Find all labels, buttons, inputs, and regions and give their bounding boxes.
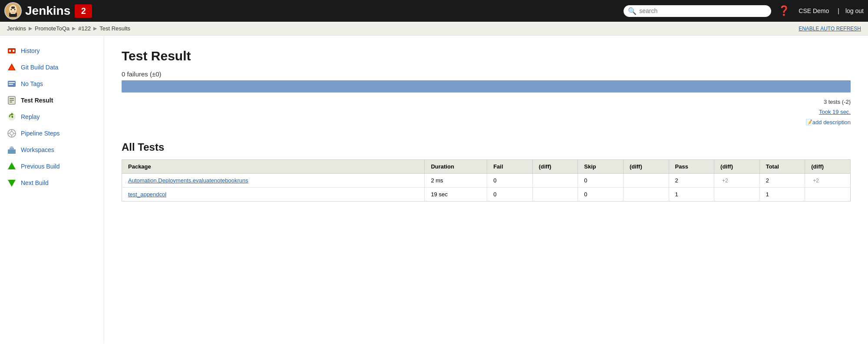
col-header-total-diff: (diff) [805,159,851,173]
logout-link[interactable]: log out [845,7,864,14]
cell-duration-0: 2 ms [425,173,487,187]
svg-point-6 [14,9,16,10]
cell-fail-0: 0 [487,173,533,187]
search-container: 🔍 [624,5,771,17]
auto-refresh-link[interactable]: ENABLE AUTO REFRESH [799,26,861,32]
next-build-icon [7,178,17,188]
cell-fail-1: 0 [487,187,533,201]
col-header-pass: Pass [669,159,714,173]
svg-point-22 [10,132,13,135]
cell-pass-0: 2 [669,173,714,187]
svg-point-5 [11,9,12,10]
progress-bar [122,80,851,93]
svg-rect-27 [8,149,16,154]
table-body: Automation.Deployments.evaluatenotebookr… [122,173,851,201]
meta-tests: 3 tests (-2) [824,99,851,105]
sidebar-item-history[interactable]: History [0,43,104,59]
cell-pass-diff-0: +2 [714,173,760,187]
all-tests-title: All Tests [122,141,851,153]
username-label: CSE Demo [799,7,829,14]
breadcrumb-jenkins[interactable]: Jenkins [7,25,26,32]
breadcrumb-arrow-3: ▶ [93,26,97,31]
cell-pass-diff-1 [714,187,760,201]
breadcrumb-arrow-2: ▶ [72,26,76,31]
table-row: test_appendcol 19 sec 0 0 1 1 [122,187,851,201]
col-header-skip-diff: (diff) [623,159,669,173]
jenkins-avatar-icon [4,2,22,20]
sidebar-label-no-tags: No Tags [21,80,43,87]
sidebar-label-previous-build: Previous Build [21,163,60,170]
edit-icon: 📝 [805,119,812,126]
svg-rect-19 [10,102,12,102]
col-header-skip: Skip [578,159,624,173]
sidebar-label-replay: Replay [21,113,40,120]
no-tags-icon [7,79,17,89]
sidebar-item-workspaces[interactable]: Workspaces [0,142,104,158]
previous-build-icon [7,162,17,171]
svg-rect-18 [10,100,14,101]
col-header-pass-diff: (diff) [714,159,760,173]
sidebar-label-pipeline-steps: Pipeline Steps [21,130,60,137]
replay-icon [7,112,17,122]
col-header-duration: Duration [425,159,487,173]
cell-total-diff-0: +2 [805,173,851,187]
svg-marker-31 [8,162,16,169]
cell-skip-diff-0 [623,173,669,187]
col-header-fail: Fail [487,159,533,173]
sidebar-item-git-build-data[interactable]: Git Build Data [0,59,104,76]
sidebar-item-pipeline-steps[interactable]: Pipeline Steps [0,125,104,142]
cell-total-diff-1 [805,187,851,201]
table-header: Package Duration Fail (diff) Skip (diff)… [122,159,851,173]
col-header-fail-diff: (diff) [532,159,578,173]
sidebar-label-history: History [21,47,40,54]
search-icon: 🔍 [628,7,637,15]
header: Jenkins 2 🔍 ❓ CSE Demo | log out [0,0,868,22]
table-row: Automation.Deployments.evaluatenotebookr… [122,173,851,187]
breadcrumb: Jenkins ▶ PromoteToQa ▶ #122 ▶ Test Resu… [0,22,868,36]
sidebar-label-git: Git Build Data [21,64,58,71]
cell-skip-1: 0 [578,187,624,201]
notification-badge[interactable]: 2 [75,4,92,18]
meta-duration-link[interactable]: Took 19 sec. [819,109,851,115]
cell-pass-1: 1 [669,187,714,201]
svg-rect-4 [11,7,15,9]
svg-rect-14 [9,82,15,83]
jenkins-title: Jenkins [25,4,70,18]
table-header-row: Package Duration Fail (diff) Skip (diff)… [122,159,851,173]
sidebar-label-next-build: Next Build [21,179,49,186]
search-input[interactable] [639,7,767,14]
test-result-icon [7,96,17,105]
cell-skip-diff-1 [623,187,669,201]
cell-package-0: Automation.Deployments.evaluatenotebookr… [122,173,425,187]
sidebar-item-replay[interactable]: Replay [0,109,104,125]
cell-fail-diff-1 [532,187,578,201]
package-link-0[interactable]: Automation.Deployments.evaluatenotebookr… [128,177,248,184]
breadcrumb-build-number[interactable]: #122 [78,25,91,32]
failures-text: 0 failures (±0) [122,70,851,78]
main-layout: History Git Build Data No Tags [0,36,868,344]
separator: | [838,7,839,14]
svg-rect-15 [9,84,13,85]
progress-bar-fill [122,80,851,93]
add-description-link[interactable]: 📝add description [805,119,851,126]
svg-marker-32 [8,180,16,187]
sidebar-item-next-build[interactable]: Next Build [0,175,104,191]
meta-info: 3 tests (-2) Took 19 sec. [122,97,851,117]
help-icon[interactable]: ❓ [778,5,790,17]
sidebar-label-test-result: Test Result [21,97,53,104]
pipeline-icon [7,129,17,138]
breadcrumb-promotetoga[interactable]: PromoteToQa [35,25,69,32]
sidebar-item-no-tags[interactable]: No Tags [0,76,104,92]
sidebar-label-workspaces: Workspaces [21,146,54,153]
git-icon [7,63,17,72]
cell-package-1: test_appendcol [122,187,425,201]
cell-duration-1: 19 sec [425,187,487,201]
col-header-package: Package [122,159,425,173]
sidebar-item-test-result[interactable]: Test Result [0,92,104,109]
cell-total-0: 2 [759,173,805,187]
package-link-1[interactable]: test_appendcol [128,191,166,198]
breadcrumb-test-results[interactable]: Test Results [99,25,130,32]
jenkins-logo[interactable]: Jenkins [4,2,70,20]
cell-total-1: 1 [759,187,805,201]
sidebar-item-previous-build[interactable]: Previous Build [0,158,104,175]
